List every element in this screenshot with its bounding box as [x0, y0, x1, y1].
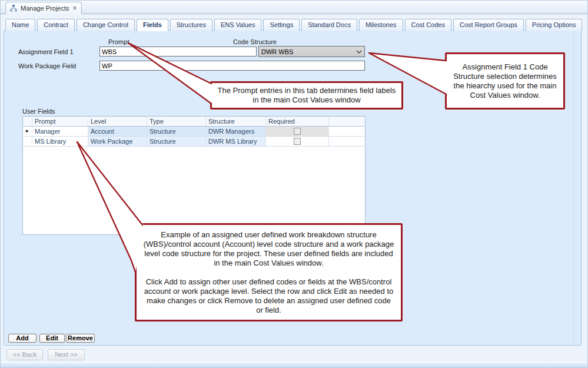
row-selector-arrow: ►	[25, 127, 30, 136]
row-selector-cell	[23, 137, 32, 146]
prompt-column-label: Prompt	[108, 38, 129, 45]
required-checkbox[interactable]	[294, 138, 301, 145]
org-chart-icon	[10, 5, 17, 12]
cell-prompt[interactable]: Manager	[32, 127, 88, 136]
remove-button[interactable]: Remove	[66, 334, 95, 343]
tab-name[interactable]: Name	[5, 19, 35, 31]
code-structure-column-label: Code Structure	[233, 38, 277, 45]
cell-structure[interactable]: DWR Managers	[206, 127, 266, 136]
back-button[interactable]: << Back	[6, 349, 43, 360]
cell-type[interactable]: Structure	[147, 127, 206, 136]
callout-code-structure-note: Assignment Field 1 Code Structure select…	[445, 52, 565, 110]
assignment-field-1-input[interactable]	[99, 47, 257, 57]
cell-level[interactable]: Work Package	[88, 137, 147, 146]
header-prompt[interactable]: Prompt	[32, 117, 88, 126]
header-structure[interactable]: Structure	[206, 117, 266, 126]
callout-code-structure-note-text: Assignment Field 1 Code Structure select…	[451, 62, 559, 100]
callout-prompt-note-text: The Prompt entries in this tab determine…	[217, 86, 397, 105]
cell-prompt[interactable]: MS Library	[32, 137, 88, 146]
tab-cost-codes[interactable]: Cost Codes	[405, 19, 451, 31]
tab-contract[interactable]: Contract	[37, 19, 75, 31]
table-row[interactable]: MS Library Work Package Structure DWR MS…	[23, 137, 365, 147]
tab-strip: Name Contract Change Control Fields Stru…	[5, 19, 582, 31]
callout-prompt-note: The Prompt entries in this tab determine…	[210, 81, 403, 110]
work-package-field-input[interactable]	[99, 61, 365, 71]
cell-structure[interactable]: DWR MS Library	[206, 137, 266, 146]
table-header-row: Prompt Level Type Structure Required	[23, 117, 365, 127]
cell-filler	[329, 127, 365, 136]
assignment-field-1-label: Assignment Field 1	[18, 48, 74, 55]
cell-level[interactable]: Account	[88, 127, 147, 136]
tab-standard-docs[interactable]: Standard Docs	[301, 19, 357, 31]
status-bar	[1, 362, 588, 368]
cell-required	[266, 137, 329, 146]
document-tab-title: Manage Projects	[21, 5, 69, 12]
user-fields-section-label: User Fields	[22, 108, 55, 115]
table-row[interactable]: ► Manager Account Structure DWR Managers	[23, 127, 365, 137]
callout-user-fields-note-p2: Click Add to assign other user defined c…	[142, 277, 395, 315]
cell-type[interactable]: Structure	[147, 137, 206, 146]
document-tab-bar: Manage Projects ×	[1, 1, 588, 14]
cell-required	[266, 127, 329, 136]
header-required[interactable]: Required	[266, 117, 329, 126]
next-button[interactable]: Next >>	[48, 349, 85, 360]
tab-fields[interactable]: Fields	[137, 19, 168, 31]
header-filler	[329, 117, 365, 126]
work-package-field-label: Work Package Field	[18, 62, 76, 69]
callout-user-fields-note-p1: Example of an assigned user defined work…	[142, 230, 395, 268]
add-button[interactable]: Add	[8, 334, 36, 343]
application-window: Manage Projects × Name Contract Change C…	[0, 0, 588, 368]
header-level[interactable]: Level	[88, 117, 147, 126]
callout-user-fields-note: Example of an assigned user defined work…	[135, 223, 403, 321]
tab-cost-report-groups[interactable]: Cost Report Groups	[453, 19, 524, 31]
code-structure-select[interactable]: DWR WBS	[258, 46, 365, 57]
tab-settings[interactable]: Settings	[263, 19, 300, 31]
close-icon[interactable]: ×	[73, 5, 77, 11]
tab-milestones[interactable]: Milestones	[359, 19, 403, 31]
code-structure-selected-value: DWR WBS	[261, 48, 356, 55]
tab-structures[interactable]: Structures	[170, 19, 212, 31]
panel-right-divider	[573, 31, 574, 344]
cell-filler	[329, 137, 365, 146]
tab-change-control[interactable]: Change Control	[77, 19, 135, 31]
document-tab-manage-projects[interactable]: Manage Projects ×	[5, 2, 82, 14]
chevron-down-icon	[356, 50, 362, 54]
tab-pricing-options[interactable]: Pricing Options	[526, 19, 583, 31]
required-checkbox[interactable]	[294, 128, 301, 135]
tab-ens-values[interactable]: ENS Values	[214, 19, 262, 31]
user-fields-table: Prompt Level Type Structure Required ► M…	[22, 116, 366, 235]
header-type[interactable]: Type	[147, 117, 206, 126]
edit-button[interactable]: Edit	[39, 334, 65, 343]
row-selector-cell: ►	[23, 127, 32, 136]
header-row-selector	[23, 117, 32, 126]
